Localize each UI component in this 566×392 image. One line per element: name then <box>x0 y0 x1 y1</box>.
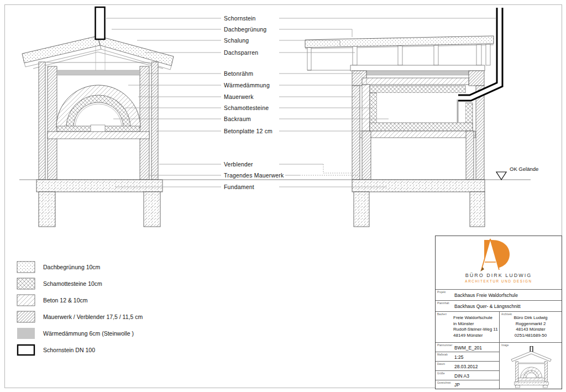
field-label-gezeichnet: Gezeichnet <box>437 381 451 384</box>
callout-schornstein: Schornstein <box>224 14 258 22</box>
title-block-row-massstab: Maßstab 1:25 <box>436 352 500 361</box>
legend-item-beton: Beton 12 & 10cm <box>17 292 199 309</box>
field-label-projekt: Projekt <box>437 291 446 294</box>
insulation-band-right <box>366 71 469 75</box>
title-block-row-plannummer: Plannummer BWM_E_201 <box>436 342 500 352</box>
oven-thumbnail-icon <box>509 346 555 388</box>
field-label-massstab: Maßstab <box>437 353 448 356</box>
legend-swatch-crosshatch-icon <box>17 278 35 290</box>
legend-swatch-gray-icon <box>17 327 35 339</box>
legend-item-mauerwerk: Mauerwerk / Verblender 17,5 / 11,5 cm <box>17 309 199 325</box>
insulation-band-left <box>57 70 140 75</box>
legend-swatch-hatch-light-icon <box>17 294 35 306</box>
legend-label: Schornstein DN 100 <box>43 347 95 353</box>
foundation-band-left <box>36 180 163 192</box>
material-legend: Dachbegrünung 10cm Schamottesteine 10cm … <box>17 259 199 358</box>
legend-label: Mauerwerk / Verblender 17,5 / 11,5 cm <box>43 313 143 320</box>
baking-chamber-right <box>377 93 465 123</box>
field-label-groesse: Größe <box>437 372 445 375</box>
legend-item-waermedaemmung: Wärmedämmung 6cm (Steinwolle ) <box>17 325 199 342</box>
field-label-image: Image <box>501 344 509 347</box>
callout-waermedaemmung: Wärmedämmung <box>224 81 271 89</box>
field-label-plannummer: Plannummer <box>437 344 453 347</box>
title-block-row-groesse: Größe DIN A3 <box>436 370 500 380</box>
ok-gelaende-marker <box>496 172 506 180</box>
callout-schamottesteine: Schamottesteine <box>224 104 270 112</box>
legend-label: Wärmedämmung 6cm (Steinwolle ) <box>43 330 134 337</box>
concrete-slab-left <box>48 132 149 139</box>
field-value-datum: 28.03.2012 <box>454 364 478 369</box>
legend-swatch-outline-icon <box>17 344 35 356</box>
callout-mauerwerk: Mauerwerk <box>224 93 255 101</box>
legend-label: Beton 12 & 10cm <box>43 297 88 304</box>
callout-dachbegruenung: Dachbegrünung <box>224 25 268 33</box>
plan-sheet: { "annotations": { "items": [ "Schornste… <box>0 0 566 392</box>
field-value-groesse: DIN A3 <box>454 373 469 379</box>
field-value-architekt: Büro Dirk Ludwig Roggenmarkt 2 48143 Mün… <box>500 315 562 338</box>
legend-swatch-dots-icon <box>17 261 35 273</box>
foundation-band-right <box>352 180 485 192</box>
ok-gelaende-label: OK Gelände <box>510 166 538 172</box>
legend-item-dachbegruenung: Dachbegrünung 10cm <box>17 259 199 275</box>
field-value-plannummer: BWM_E_201 <box>454 345 482 351</box>
title-block-cell-image: Image <box>500 342 562 389</box>
title-block-row-datum: Datum 28.03.2012 <box>436 361 500 370</box>
firm-name: BÜRO DIRK LUDWIG <box>436 273 562 278</box>
firm-subtitle: ARCHITEKTUR UND DESIGN <box>436 279 562 283</box>
field-value-planinhalt: Backhaus Quer- & Längsschnitt <box>454 304 521 309</box>
title-block-row-gezeichnet: Gezeichnet JP <box>436 380 500 389</box>
concrete-slab-right <box>354 131 475 138</box>
title-block-row-projekt: Projekt Backhaus Freie Waldorfschule <box>436 289 562 300</box>
field-value-gezeichnet: JP <box>454 382 460 388</box>
cross-section-drawing <box>22 7 174 227</box>
field-label-bauherr: Bauherr <box>437 313 447 316</box>
callout-betonraehm: Betonrähm <box>224 70 255 77</box>
ring-beam <box>350 65 485 71</box>
field-value-bauherr: Freie Waldorfschule in Münster Rudolf-St… <box>453 315 498 338</box>
firm-logo-icon <box>475 238 512 272</box>
title-block-row-planinhalt: Planinhalt Backhaus Quer- & Längsschnitt <box>436 300 562 311</box>
legend-label: Dachbegrünung 10cm <box>43 264 100 270</box>
callout-schalung: Schalung <box>224 36 250 44</box>
field-value-massstab: 1:25 <box>454 354 464 360</box>
title-block-cell-bauherr: Bauherr Freie Waldorfschule in Münster R… <box>436 311 500 342</box>
field-label-datum: Datum <box>437 363 445 365</box>
legend-label: Schamottesteine 10cm <box>43 280 102 287</box>
callout-fundament: Fundament <box>224 183 256 191</box>
field-value-projekt: Backhaus Freie Waldorfschule <box>454 292 518 298</box>
chimney-left <box>96 7 105 39</box>
title-block-logo-area: BÜRO DIRK LUDWIG ARCHITEKTUR UND DESIGN <box>436 236 562 289</box>
field-label-planinhalt: Planinhalt <box>437 302 449 305</box>
legend-item-schamottesteine: Schamottesteine 10cm <box>17 275 199 292</box>
callout-betonplatte: Betonplatte 12 cm <box>224 127 274 135</box>
callout-dachsparren: Dachsparren <box>224 49 260 56</box>
legend-item-schornstein: Schornstein DN 100 <box>17 342 199 358</box>
title-block: BÜRO DIRK LUDWIG ARCHITEKTUR UND DESIGN … <box>435 236 562 389</box>
title-block-cell-architekt: Architekt Büro Dirk Ludwig Roggenmarkt 2… <box>500 311 562 342</box>
callout-tragendes-mauerwerk: Tragendes Mauerwerk <box>224 171 285 179</box>
callout-verblender: Verblender <box>224 160 255 168</box>
longitudinal-section-drawing <box>305 7 500 227</box>
callout-backraum: Backraum <box>224 115 253 123</box>
legend-swatch-hatch-dense-icon <box>17 311 35 323</box>
